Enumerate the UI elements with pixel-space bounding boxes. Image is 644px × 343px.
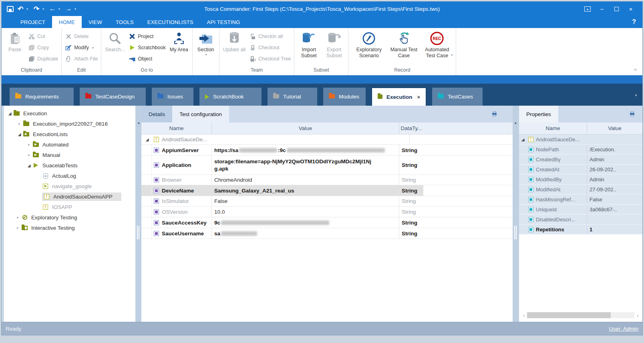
tab-properties[interactable]: Properties (519, 106, 558, 122)
left-splitter[interactable]: ◂ (135, 106, 141, 322)
expanded-icon[interactable]: ◢ (26, 163, 32, 168)
menu-tools[interactable]: TOOLS (109, 16, 141, 28)
paste-button[interactable]: Paste (3, 30, 26, 66)
tree-item-execution[interactable]: ◢ Execution (4, 108, 135, 118)
modify-button[interactable]: Modify ▾ (65, 43, 98, 53)
export-subset-button[interactable]: Export Subset (322, 30, 346, 66)
tree-item-suacelabtests[interactable]: ◢ SuacelabTests (4, 160, 135, 170)
pin-icon[interactable] (629, 111, 635, 116)
goto-scratchbook-button[interactable]: Scratchbook (129, 43, 165, 53)
back-dropdown-caret[interactable]: ▾ (58, 7, 62, 11)
back-button[interactable]: ← (48, 4, 57, 14)
prop-column-name[interactable]: Name (519, 122, 587, 134)
scroll-right-arrow-icon[interactable]: › (634, 313, 641, 318)
tree-item-interactive-testing[interactable]: ▸ Interactive Testing (4, 223, 135, 233)
tree-item-execution-import[interactable]: ▸ Execution_import220927_0616 (4, 118, 135, 129)
pin-icon[interactable] (491, 111, 497, 116)
prop-row-hasmissingref[interactable]: HasMissingRef... False (519, 195, 642, 205)
section-button[interactable]: Section ▾ (194, 30, 217, 66)
save-button[interactable] (6, 4, 14, 14)
column-header-name[interactable]: Name (141, 122, 212, 134)
attach-file-button[interactable]: Attach File (65, 54, 98, 64)
table-row-browser[interactable]: Browser ChromeAndroid String (141, 175, 513, 185)
forward-button[interactable]: → (64, 4, 73, 14)
collapsed-icon[interactable]: ▸ (14, 215, 21, 219)
collapsed-icon[interactable]: ▸ (16, 122, 23, 126)
expanded-icon[interactable]: ◢ (16, 132, 23, 136)
goto-object-button[interactable]: Object (129, 54, 165, 64)
menu-home[interactable]: HOME (52, 16, 82, 28)
cut-button[interactable]: Cut (28, 32, 58, 42)
table-row-devicename[interactable]: DeviceName Samsung_Galaxy_A21_real_us St… (141, 185, 513, 196)
redo-button[interactable]: ↷ (32, 4, 41, 14)
menu-api-testing[interactable]: API TESTING (200, 16, 247, 28)
table-row-root[interactable]: ◢ AndroidSauceDe... (141, 134, 513, 145)
prop-row-modifiedat[interactable]: ModifiedAt 27-09-202.. (519, 185, 642, 195)
collapsed-icon[interactable]: ▸ (14, 226, 21, 230)
menu-executionlists[interactable]: EXECUTIONLISTS (141, 16, 200, 28)
delete-button[interactable]: Delete (65, 32, 98, 42)
checkin-all-button[interactable]: Checkin all (249, 32, 291, 42)
tree-item-manual[interactable]: ▸ Manual (4, 150, 135, 160)
tree-item-exploratory-testing[interactable]: ▸ Exploratory Testing (4, 212, 135, 223)
close-button[interactable]: × (625, 4, 637, 14)
expanded-icon[interactable]: ◢ (519, 137, 526, 142)
table-row-osversion[interactable]: OSVersion 10.0 String (141, 207, 513, 217)
collapse-left-arrow-icon[interactable]: ◂ (135, 121, 141, 125)
collapse-right-arrow-icon[interactable]: ▸ (513, 121, 519, 125)
duplicate-button[interactable]: Duplicate (28, 54, 58, 64)
help-button[interactable]: ? (632, 16, 636, 28)
forward-dropdown-caret[interactable]: ▾ (74, 7, 78, 11)
checkout-tree-button[interactable]: Checkout Tree (249, 54, 291, 64)
manual-test-case-button[interactable]: Manual Test Case (388, 30, 420, 66)
table-row-application[interactable]: Application storage:filename=app-NjMyY2Q… (141, 156, 513, 175)
workspace-tab-issues[interactable]: Issues (152, 88, 193, 106)
tabbar-overflow-caret[interactable]: ▾ (635, 93, 637, 97)
prop-row-root[interactable]: ◢ AndroidSauceDe... (519, 134, 642, 144)
properties-hscrollbar[interactable]: ‹ › (521, 312, 641, 319)
minimize-button[interactable]: − (596, 4, 608, 14)
tab-test-configuration[interactable]: Test configuration (172, 106, 229, 122)
table-row-sauceusername[interactable]: SauceUsername sa String (141, 228, 513, 239)
tab-details[interactable]: Details (141, 106, 172, 122)
exploratory-scenario-button[interactable]: Exploratory Scenario (350, 30, 388, 66)
prop-row-nodepath[interactable]: NodePath /Execution. (519, 144, 642, 154)
copy-button[interactable]: Copy (28, 43, 58, 53)
workspace-tab-testcasedesign[interactable]: TestCaseDesign (80, 88, 146, 106)
prop-row-createdat[interactable]: CreatedAt 26-09-202.. (519, 164, 642, 175)
collapsed-icon[interactable]: ▸ (26, 142, 32, 146)
undo-dropdown-caret[interactable]: ▾ (26, 7, 30, 11)
collapse-ribbon-button[interactable]: ^ (634, 68, 637, 72)
menu-project[interactable]: PROJECT (14, 16, 52, 28)
scrollbar-track[interactable] (527, 312, 634, 318)
prop-row-repetitions[interactable]: Repetitions 1 (519, 225, 642, 235)
workspace-tab-execution[interactable]: Execution × (372, 88, 426, 106)
tree-item-androidsaucedemoapp[interactable]: AndroidSauceDemoAPP (4, 191, 135, 202)
workspace-tab-scratchbook[interactable]: ScratchBook (199, 88, 262, 106)
tree-item-iosapp[interactable]: IOSAPP (4, 202, 135, 212)
modify-dropdown-caret[interactable]: ▾ (92, 46, 94, 50)
user-link[interactable]: User: Admin (609, 326, 638, 332)
undo-button[interactable]: ↶ (16, 4, 25, 14)
tree-item-actuallog[interactable]: ActualLog (4, 170, 135, 181)
checkout-button[interactable]: Checkout (249, 43, 291, 53)
scroll-left-arrow-icon[interactable]: ‹ (521, 313, 527, 318)
prop-row-createdby[interactable]: CreatedBy Admin (519, 154, 642, 164)
right-splitter[interactable]: ▸ (513, 106, 519, 322)
collapsed-icon[interactable]: ▸ (26, 153, 32, 157)
workspace-tab-requirements[interactable]: Requirements (10, 88, 74, 106)
workspace-tab-tutorial[interactable]: Tutorial (268, 88, 317, 106)
redo-dropdown-caret[interactable]: ▾ (42, 7, 46, 11)
automated-dropdown-caret[interactable]: ▾ (451, 53, 453, 57)
prop-row-modifiedby[interactable]: ModifiedBy Admin (519, 175, 642, 185)
automated-test-case-button[interactable]: REC Automated Test Case ▾ (420, 30, 454, 66)
close-tab-icon[interactable]: × (417, 94, 420, 100)
tree-item-executionlists[interactable]: ◢ ExecutionLists (4, 129, 135, 139)
table-row-appiumserver[interactable]: AppiumServer https://sa:9c String (141, 145, 513, 156)
prop-column-value[interactable]: Value (587, 122, 642, 134)
prop-row-uniqueid[interactable]: UniqueId 3a068c67-.. (519, 205, 642, 215)
my-area-button[interactable]: My Area (167, 30, 191, 66)
goto-project-button[interactable]: Project (129, 32, 165, 42)
scrollbar-thumb[interactable] (527, 312, 611, 318)
workspace-tab-testcases[interactable]: TestCases (432, 88, 483, 106)
